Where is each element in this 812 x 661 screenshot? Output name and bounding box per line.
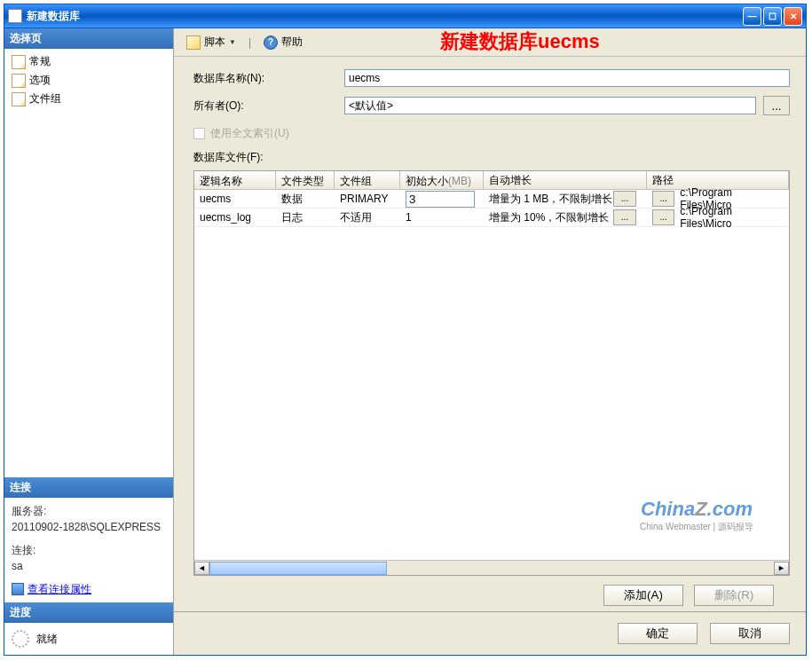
cell-logic-name[interactable]: uecms_log [194,209,276,225]
script-icon [186,35,201,50]
progress-header: 进度 [4,602,173,623]
delete-button: 删除(R) [694,585,774,606]
cell-file-type[interactable]: 数据 [276,190,335,209]
cell-init-size[interactable]: 1 [400,209,484,225]
horizontal-scrollbar[interactable]: ◄ ► [194,560,789,575]
page-icon [12,55,26,69]
watermark: ChinaZ.com China Webmaster | 源码报导 [640,498,753,533]
close-button[interactable]: ✕ [784,7,802,26]
files-table: 逻辑名称 文件类型 文件组 初始大小(MB) 自动增长 路径 uecms 数据 [193,170,790,576]
autogrow-browse-button[interactable]: ... [613,209,636,225]
column-header-file-group[interactable]: 文件组 [335,171,400,189]
db-name-label: 数据库名称(N): [193,71,344,86]
toolbar-separator: | [248,36,251,49]
sidebar-item-general[interactable]: 常规 [4,52,173,71]
connection-value: sa [12,558,166,574]
form-area: 数据库名称(N): 所有者(O): ... 使用全文索引(U) [174,57,806,150]
maximize-button[interactable]: ☐ [763,7,782,26]
connection-label: 连接: [12,542,166,558]
owner-browse-button[interactable]: ... [763,96,790,115]
owner-input[interactable] [344,97,756,114]
sidebar-item-label: 选项 [29,73,51,88]
scroll-thumb[interactable] [209,562,387,575]
add-button[interactable]: 添加(A) [603,585,683,606]
titlebar[interactable]: 新建数据库 — ☐ ✕ [4,4,806,28]
column-header-file-type[interactable]: 文件类型 [276,171,335,189]
server-label: 服务器: [12,503,166,519]
progress-spinner-icon [12,630,29,648]
scroll-right-button[interactable]: ► [774,562,789,575]
column-header-logic-name[interactable]: 逻辑名称 [194,171,276,189]
autogrow-browse-button[interactable]: ... [613,191,636,207]
fulltext-checkbox [193,128,205,139]
files-section-label: 数据库文件(F): [193,150,790,165]
path-browse-button[interactable]: ... [652,209,674,225]
sidebar: 选择页 常规 选项 文件组 连接 服务器: [4,28,174,655]
page-icon [12,92,26,106]
cell-autogrow[interactable]: 增量为 10%，不限制增长 ... [484,208,647,227]
sidebar-item-label: 常规 [29,54,51,69]
cell-file-group[interactable]: 不适用 [335,209,400,227]
column-header-init-size[interactable]: 初始大小(MB) [400,171,484,189]
cell-file-group[interactable]: PRIMARY [335,191,400,207]
cell-logic-name[interactable]: uecms [194,191,276,207]
ok-button[interactable]: 确定 [618,623,698,644]
db-name-input[interactable] [344,69,790,87]
chevron-down-icon: ▼ [229,38,236,46]
app-icon [8,9,22,23]
cell-path[interactable]: ... c:\Program Files\Micro [647,203,789,232]
window-title: 新建数据库 [27,9,743,24]
sidebar-item-label: 文件组 [29,91,61,106]
sidebar-item-filegroups[interactable]: 文件组 [4,90,173,108]
page-icon [12,74,26,88]
progress-status: 就绪 [36,632,58,647]
scroll-left-button[interactable]: ◄ [194,562,209,575]
table-row[interactable]: uecms_log 日志 不适用 1 增量为 10%，不限制增长 ... ...… [194,209,789,227]
cell-init-size[interactable] [400,189,484,209]
connection-header: 连接 [4,477,173,498]
annotation-overlay: 新建数据库uecms [440,28,600,55]
cell-autogrow[interactable]: 增量为 1 MB，不限制增长 ... [484,189,647,209]
owner-label: 所有者(O): [193,98,344,114]
server-value: 20110902-1828\SQLEXPRESS [12,519,166,535]
toolbar: 脚本 ▼ | ? 帮助 新建数据库uecms [174,28,806,57]
cell-file-type[interactable]: 日志 [276,209,335,227]
server-icon [12,583,24,595]
script-dropdown-button[interactable]: 脚本 ▼ [181,33,241,51]
help-icon: ? [264,35,278,50]
sidebar-item-options[interactable]: 选项 [4,71,173,90]
minimize-button[interactable]: — [743,7,761,26]
help-button[interactable]: ? 帮助 [258,33,308,51]
view-connection-properties-link[interactable]: 查看连接属性 [12,581,166,597]
cancel-button[interactable]: 取消 [710,623,790,644]
select-page-header: 选择页 [4,28,173,49]
column-header-autogrow[interactable]: 自动增长 [484,171,647,189]
fulltext-label: 使用全文索引(U) [210,126,289,141]
